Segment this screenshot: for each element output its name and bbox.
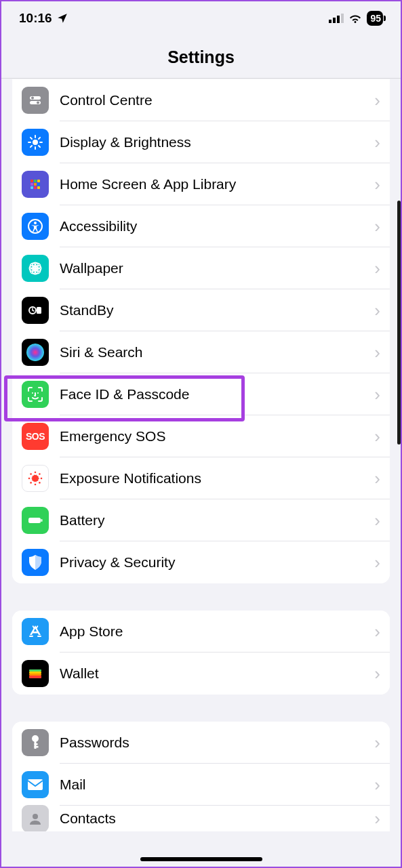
svg-rect-2 [337,16,340,23]
row-label: Passwords [60,735,374,751]
chevron-right-icon: › [374,300,380,321]
row-home-screen[interactable]: Home Screen & App Library › [12,163,390,205]
svg-rect-21 [34,183,37,186]
chevron-right-icon: › [374,174,380,195]
home-indicator[interactable] [140,857,262,861]
svg-point-65 [33,814,38,819]
svg-point-40 [32,392,33,394]
settings-screen: 10:16 95 Settings Control Centre › [0,0,402,868]
settings-scroll-area[interactable]: Control Centre › Display & Brightness › … [0,79,402,868]
svg-rect-18 [34,180,37,182]
svg-rect-17 [31,180,33,182]
svg-rect-56 [29,669,41,671]
row-label: Emergency SOS [60,428,374,445]
chevron-right-icon: › [374,426,380,447]
row-label: Exposure Notifications [60,470,374,487]
row-contacts[interactable]: Contacts › [12,806,390,831]
svg-point-27 [34,222,37,224]
row-wallet[interactable]: Wallet › [12,653,390,695]
svg-rect-59 [29,676,41,678]
svg-point-39 [26,344,44,361]
svg-rect-20 [31,183,33,186]
svg-line-13 [31,138,32,139]
row-siri[interactable]: Siri & Search › [12,331,390,373]
row-battery[interactable]: Battery › [12,499,390,541]
wallet-icon [22,660,49,687]
location-icon [56,12,68,24]
row-label: Privacy & Security [60,554,374,571]
svg-rect-38 [37,307,41,314]
row-label: Accessibility [60,218,374,234]
privacy-icon [22,549,49,576]
chevron-right-icon: › [374,732,380,753]
row-label: Battery [60,512,374,529]
wifi-icon [348,14,362,24]
chevron-right-icon: › [374,258,380,279]
svg-rect-54 [29,636,33,637]
row-label: Wallet [60,665,374,682]
row-passwords[interactable]: Passwords › [12,722,390,764]
chevron-right-icon: › [374,132,380,153]
row-display[interactable]: Display & Brightness › [12,121,390,163]
wallpaper-icon [22,255,49,282]
row-app-store[interactable]: App Store › [12,611,390,653]
svg-rect-3 [341,14,344,23]
scrollbar-thumb[interactable] [397,201,401,445]
row-sos[interactable]: SOS Emergency SOS › [12,415,390,457]
chevron-right-icon: › [374,342,380,363]
svg-point-51 [39,482,41,484]
svg-rect-55 [37,636,41,637]
status-time: 10:16 [19,11,52,26]
row-label: Control Centre [60,92,374,108]
chevron-right-icon: › [374,808,380,829]
chevron-right-icon: › [374,468,380,489]
nav-header: Settings [0,37,402,79]
svg-point-50 [30,482,32,484]
row-label: Siri & Search [60,344,374,360]
settings-group-accounts: Passwords › Mail › Contacts › [12,722,390,831]
settings-group-apps: App Store › Wallet › [12,611,390,695]
row-exposure[interactable]: Exposure Notifications › [12,457,390,499]
svg-rect-53 [41,519,43,522]
svg-point-44 [35,472,37,474]
chevron-right-icon: › [374,90,380,111]
row-label: Display & Brightness [60,134,374,150]
mail-icon [22,771,49,798]
svg-rect-63 [35,743,38,745]
chevron-right-icon: › [374,552,380,573]
row-accessibility[interactable]: Accessibility › [12,205,390,247]
chevron-right-icon: › [374,621,380,642]
svg-point-46 [28,478,31,480]
accessibility-icon [22,213,49,240]
status-bar: 10:16 95 [0,0,402,37]
battery-indicator: 95 [367,11,383,26]
svg-rect-25 [37,186,40,189]
svg-rect-52 [28,518,41,523]
row-faceid[interactable]: Face ID & Passcode › [12,373,390,415]
svg-point-7 [37,102,39,104]
exposure-icon [22,465,49,492]
row-label: StandBy [60,302,374,318]
row-label: App Store [60,623,374,640]
app-store-icon [22,618,49,645]
svg-rect-57 [29,671,41,674]
svg-line-15 [31,146,32,147]
row-mail[interactable]: Mail › [12,764,390,806]
svg-rect-62 [35,746,39,748]
page-title: Settings [0,47,402,67]
row-label: Mail [60,777,374,793]
svg-line-16 [39,138,40,139]
row-standby[interactable]: StandBy › [12,289,390,331]
standby-icon [22,297,49,324]
svg-rect-1 [333,18,336,23]
svg-point-49 [39,473,41,475]
row-label: Home Screen & App Library [60,176,374,192]
faceid-icon [22,381,49,408]
chevron-right-icon: › [374,663,380,684]
svg-point-47 [41,478,43,480]
row-control-centre[interactable]: Control Centre › [12,79,390,121]
row-privacy[interactable]: Privacy & Security › [12,541,390,583]
row-wallpaper[interactable]: Wallpaper › [12,247,390,289]
settings-group-general: Control Centre › Display & Brightness › … [12,79,390,583]
passwords-icon [22,729,49,756]
